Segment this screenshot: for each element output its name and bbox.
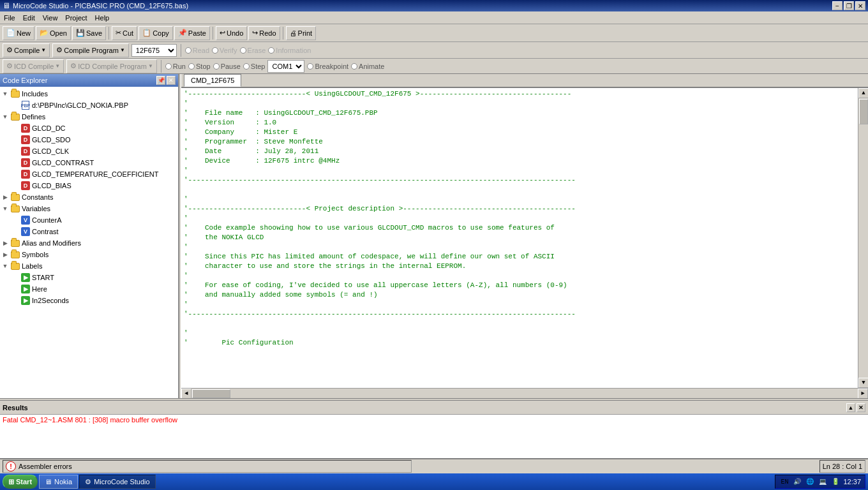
undo-button[interactable]: ↩ Undo <box>216 26 247 40</box>
title-bar-left: 🖥 MicroCode Studio - PICBASIC PRO (CMD_1… <box>3 1 188 10</box>
taskbar-systray: EN 🔊 🌐 💻 🔋 12:37 <box>775 475 865 489</box>
step-button[interactable]: Step <box>243 63 266 70</box>
run-button[interactable]: Run <box>165 63 186 70</box>
tree-var-contrast[interactable]: V Contrast <box>0 226 178 237</box>
results-close-button[interactable]: ✕ <box>857 403 865 412</box>
code-explorer-header: Code Explorer 📌 ✕ <box>0 74 178 87</box>
results-content: Fatal CMD_12~1.ASM 801 : [308] macro buf… <box>0 415 868 458</box>
pause-button[interactable]: Pause <box>213 63 241 70</box>
tree-symbols[interactable]: ▶ Symbols <box>0 249 178 260</box>
define-icon-glcd-dc: D <box>20 123 31 133</box>
scroll-up-button[interactable]: ▲ <box>858 88 868 98</box>
menu-edit[interactable]: Edit <box>19 13 39 23</box>
tree-alias[interactable]: ▶ Alias and Modifiers <box>0 237 178 249</box>
scroll-right-button[interactable]: ► <box>858 389 868 399</box>
vertical-scrollbar[interactable]: ▲ ▼ <box>858 88 868 388</box>
pause-radio <box>213 63 220 70</box>
com-port-select[interactable]: COM1 COM2 COM3 <box>267 60 304 73</box>
error-icon: ! <box>6 461 16 471</box>
tree-lbl-start[interactable]: ▶ START <box>0 272 178 283</box>
tree-lbl-in2seconds[interactable]: ▶ In2Seconds <box>0 295 178 306</box>
ce-close-button[interactable]: ✕ <box>167 76 176 85</box>
menu-help[interactable]: Help <box>91 13 114 23</box>
code-explorer-panel: Code Explorer 📌 ✕ ▼ Includes PBP d:\PBP\… <box>0 74 179 398</box>
tree-var-countera[interactable]: V CounterA <box>0 214 178 226</box>
systray-computer[interactable]: 💻 <box>818 477 828 487</box>
menu-file[interactable]: File <box>0 13 19 23</box>
open-button[interactable]: 📂 Open <box>36 26 71 40</box>
menu-view[interactable]: View <box>39 13 62 23</box>
systray-power[interactable]: 🔋 <box>830 477 841 487</box>
icd-compile-program-button[interactable]: ⚙ ICD Compile Program ▼ <box>66 59 157 73</box>
start-button[interactable]: ⊞ Start <box>3 475 38 489</box>
scroll-down-button[interactable]: ▼ <box>858 378 868 388</box>
tree-glcd-contrast[interactable]: D GLCD_CONTRAST <box>0 157 178 168</box>
tree-label-alias: Alias and Modifiers <box>22 239 81 247</box>
results-header: Results ▲ ✕ <box>0 401 868 415</box>
animate-button[interactable]: Animate <box>351 63 384 70</box>
scroll-left-button[interactable]: ◄ <box>181 389 191 399</box>
tree-inc-file[interactable]: PBP d:\PBP\Inc\GLCD_NOKIA.PBP <box>0 100 178 111</box>
tree-label-labels: Labels <box>22 262 42 270</box>
toolbar-icd: ⚙ ICD Compile ▼ ⚙ ICD Compile Program ▼ … <box>0 59 868 74</box>
open-icon: 📂 <box>40 29 49 37</box>
paste-button[interactable]: 📌 Paste <box>174 26 210 40</box>
device-select[interactable]: 12F675 16F877A 18F452 <box>131 44 177 57</box>
toolbar-separator-2 <box>213 27 213 40</box>
code-explorer-title: Code Explorer <box>3 77 47 84</box>
minimize-button[interactable]: − <box>832 1 842 10</box>
define-icon-glcd-temp: D <box>20 169 31 179</box>
horizontal-scrollbar[interactable]: ◄ ► <box>181 388 868 398</box>
icd-compile-button[interactable]: ⚙ ICD Compile ▼ <box>3 59 64 73</box>
breakpoint-button[interactable]: Breakpoint <box>307 63 348 70</box>
compile-button[interactable]: ⚙ Compile ▼ <box>3 43 50 57</box>
define-icon-glcd-sdo: D <box>20 135 31 145</box>
tree-lbl-here[interactable]: ▶ Here <box>0 283 178 295</box>
scroll-thumb-v[interactable] <box>859 99 868 124</box>
redo-button[interactable]: ↪ Redo <box>248 26 280 40</box>
tree-glcd-temp[interactable]: D GLCD_TEMPERATURE_COEFFICIENT <box>0 168 178 180</box>
menu-project[interactable]: Project <box>61 13 91 23</box>
copy-button[interactable]: 📋 Copy <box>138 26 173 40</box>
systray-en[interactable]: EN <box>779 477 789 487</box>
tree-variables[interactable]: ▼ Variables <box>0 203 178 214</box>
compile-program-button[interactable]: ⚙ Compile Program ▼ <box>52 43 129 57</box>
new-button[interactable]: 📄 New <box>3 26 34 40</box>
scroll-thumb-h[interactable] <box>192 389 230 398</box>
save-button[interactable]: 💾 Save <box>72 26 106 40</box>
tree-glcd-dc[interactable]: D GLCD_DC <box>0 122 178 134</box>
cursor-position: Ln 28 : Col 1 <box>823 463 862 470</box>
tree-defines[interactable]: ▼ Defines <box>0 111 178 122</box>
tree-label-start: START <box>32 274 54 281</box>
tree-glcd-bias[interactable]: D GLCD_BIAS <box>0 180 178 191</box>
toolbar-separator <box>108 27 109 40</box>
folder-icon-alias <box>10 238 20 248</box>
tree-labels[interactable]: ▼ Labels <box>0 260 178 272</box>
print-button[interactable]: 🖨 Print <box>286 26 317 40</box>
stop-button[interactable]: Stop <box>188 63 211 70</box>
taskbar-left: ⊞ Start 🖥 Nokia ⚙ MicroCode Studio <box>3 475 156 489</box>
pin-button[interactable]: 📌 <box>156 76 165 85</box>
tree-glcd-clk[interactable]: D GLCD_CLK <box>0 145 178 157</box>
folder-icon-variables <box>10 204 20 214</box>
tab-cmd12f675[interactable]: CMD_12F675 <box>184 74 241 87</box>
systray-volume[interactable]: 🔊 <box>792 477 802 487</box>
toolbar3-sep <box>161 60 161 73</box>
animate-radio <box>351 63 357 70</box>
cut-button[interactable]: ✂ Cut <box>112 26 137 40</box>
taskbar-microcode[interactable]: ⚙ MicroCode Studio <box>79 475 155 489</box>
code-content[interactable]: '----------------------------< UsingGLCD… <box>181 88 858 388</box>
tree-label-glcd-temp: GLCD_TEMPERATURE_COEFFICIENT <box>32 170 158 178</box>
expand-includes: ▼ <box>0 91 10 97</box>
close-button[interactable]: ✕ <box>855 1 865 10</box>
systray-network[interactable]: 🌐 <box>805 477 815 487</box>
results-expand-button[interactable]: ▲ <box>846 403 855 412</box>
tree-includes[interactable]: ▼ Includes <box>0 88 178 100</box>
redo-icon: ↪ <box>252 29 258 37</box>
taskbar-nokia[interactable]: 🖥 Nokia <box>39 475 78 489</box>
toolbar-separator-3 <box>283 27 283 40</box>
tree-glcd-sdo[interactable]: D GLCD_SDO <box>0 134 178 145</box>
tree-constants[interactable]: ▶ Constants <box>0 191 178 203</box>
restore-button[interactable]: ❐ <box>844 1 854 10</box>
copy-icon: 📋 <box>142 29 151 37</box>
